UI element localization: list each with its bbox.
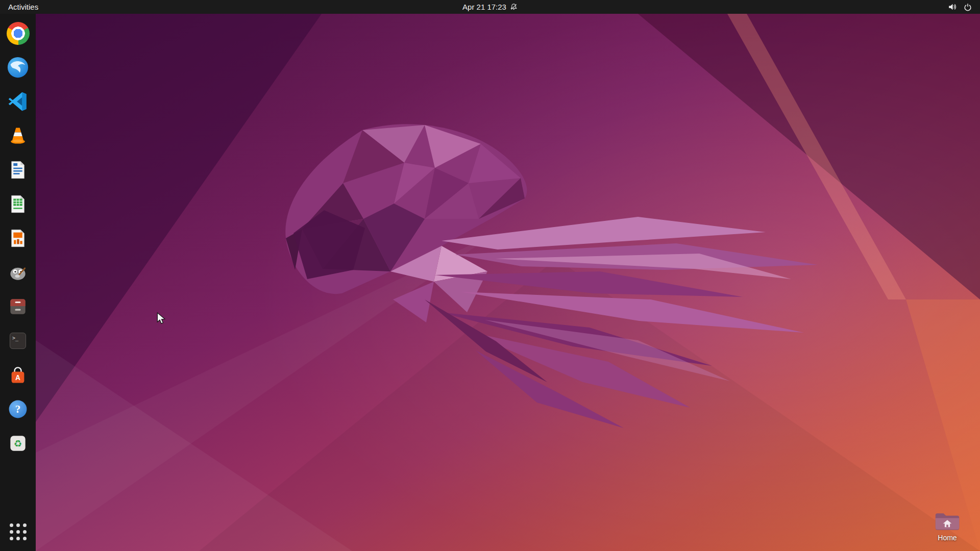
svg-text:?: ? [15,403,21,415]
dock-item-help[interactable]: ? [6,397,30,421]
volume-icon [948,3,957,11]
dock-item-recycle-utility[interactable]: ♻ [6,431,30,456]
show-applications-icon [10,523,27,540]
libreoffice-calc-icon [7,193,29,215]
dock-item-thunderbird[interactable] [6,55,30,80]
dock-item-terminal[interactable]: >_ [6,329,30,353]
wallpaper-jellyfish [36,14,980,551]
vscode-icon [7,90,29,113]
desktop: Home [36,14,980,551]
notifications-disabled-icon [510,3,518,11]
dock-item-libreoffice-calc[interactable] [6,192,30,216]
dock-item-gimp[interactable] [6,260,30,285]
gimp-icon [7,261,29,284]
dock: >_ A ? ♻ [0,14,36,551]
terminal-icon: >_ [7,330,29,352]
ubuntu-software-icon: A [7,364,29,386]
dock-item-libreoffice-impress[interactable] [6,226,30,251]
chrome-icon [7,22,30,45]
home-folder-icon [934,510,961,533]
clock-label: Apr 21 17:23 [462,3,506,11]
libreoffice-writer-icon [7,159,29,181]
recycle-utility-icon: ♻ [7,432,29,455]
help-icon: ? [7,398,29,420]
thunderbird-icon [6,56,30,79]
vlc-icon [7,124,29,147]
top-bar: Activities Apr 21 17:23 [0,0,980,14]
dock-item-vscode[interactable] [6,89,30,114]
desktop-icon-home[interactable]: Home [926,510,969,542]
files-icon [7,295,29,318]
svg-text:A: A [15,374,20,382]
svg-text:>_: >_ [12,335,19,341]
system-status-menu[interactable] [940,0,980,14]
dock-item-chrome[interactable] [6,21,30,45]
desktop-icon-label: Home [938,534,957,542]
clock-menu[interactable]: Apr 21 17:23 [457,0,523,14]
dock-item-files[interactable] [6,294,30,319]
activities-button[interactable]: Activities [0,0,46,14]
dock-item-libreoffice-writer[interactable] [6,158,30,182]
power-icon [964,3,972,11]
dock-item-vlc[interactable] [6,123,30,148]
svg-text:♻: ♻ [14,438,22,449]
show-applications-button[interactable] [6,519,30,544]
libreoffice-impress-icon [7,228,29,249]
dock-item-ubuntu-software[interactable]: A [6,363,30,387]
